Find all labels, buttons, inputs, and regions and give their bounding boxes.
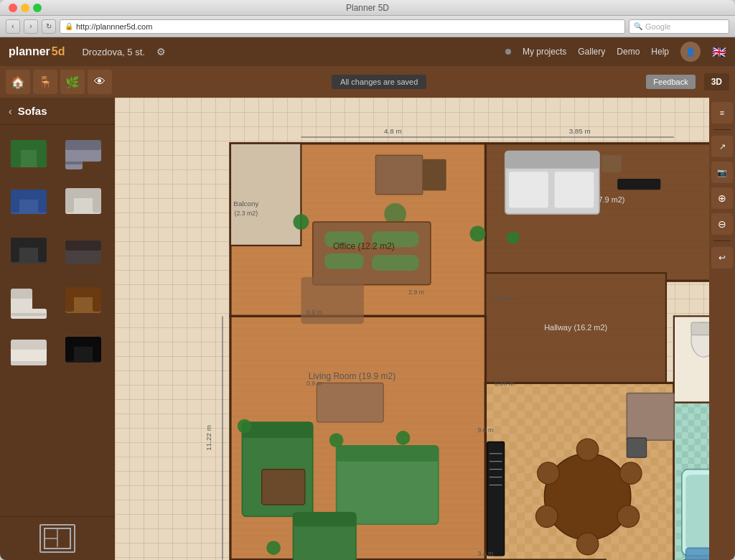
sidebar: ‹ Sofas (0, 98, 115, 560)
svg-rect-81 (301, 277, 364, 325)
svg-rect-15 (65, 188, 101, 198)
sofa-item-dark1[interactable] (4, 228, 53, 275)
sofa-black-icon (62, 331, 105, 370)
share-tool[interactable]: ↗ (711, 136, 733, 157)
svg-rect-22 (65, 256, 81, 264)
svg-text:Office (12.2 m2): Office (12.2 m2) (333, 241, 395, 251)
sofa-item-green[interactable] (4, 129, 53, 176)
svg-text:Hallway (16.2 m2): Hallway (16.2 m2) (544, 323, 607, 332)
sofa-item-dark2[interactable] (59, 228, 108, 275)
svg-text:3.4 m: 3.4 m (477, 550, 493, 557)
category-title: Sofas (18, 105, 47, 117)
sofa-item-brown[interactable] (59, 278, 108, 325)
browser-window: Planner 5D ‹ › ↻ 🔒 http://plannner5d.com… (0, 0, 735, 560)
search-bar[interactable]: 🔍 Google (629, 19, 729, 34)
sidebar-bottom (0, 516, 115, 560)
sofa-item-white3[interactable] (4, 327, 53, 374)
svg-point-98 (238, 419, 252, 434)
maximize-btn[interactable] (33, 4, 42, 12)
svg-point-80 (470, 226, 486, 242)
browser-titlebar: Planner 5D (0, 0, 735, 16)
status-bar: All changes are saved (115, 75, 643, 89)
undo-tool[interactable]: ↩ (711, 247, 733, 269)
logo: planner 5d (9, 45, 65, 58)
svg-rect-83 (505, 151, 599, 169)
minimize-btn[interactable] (21, 4, 29, 12)
sofa-grid (0, 125, 115, 378)
sofa-item-blue[interactable] (4, 179, 53, 225)
right-toolbar: ≡ ↗ 📷 ⊕ ⊖ ↩ (709, 98, 735, 560)
svg-text:0.9 m: 0.9 m (306, 309, 322, 316)
svg-rect-71 (375, 155, 423, 195)
close-btn[interactable] (9, 4, 17, 12)
sofa-gray-l-icon (62, 133, 105, 172)
svg-rect-116 (627, 393, 674, 441)
home-tool[interactable]: 🏠 (6, 70, 30, 94)
sofa-brown-icon (62, 281, 105, 321)
sofa-blue-icon (7, 182, 50, 222)
svg-point-110 (576, 439, 599, 461)
help-link[interactable]: Help (651, 47, 669, 57)
status-text: All changes are saved (332, 75, 426, 89)
svg-rect-78 (372, 255, 419, 271)
svg-rect-33 (11, 361, 47, 365)
address-bar[interactable]: 🔒 http://plannner5d.com (60, 19, 625, 34)
svg-rect-72 (423, 159, 446, 191)
svg-text:Balcony: Balcony (233, 200, 258, 207)
feedback-button[interactable]: Feedback (646, 75, 695, 89)
browser-controls (9, 4, 42, 12)
sofa-item-white[interactable] (59, 179, 108, 225)
menu-tool[interactable]: ≡ (711, 102, 733, 123)
svg-rect-87 (617, 179, 660, 190)
svg-rect-86 (601, 155, 621, 172)
language-flag[interactable]: 🇬🇧 (712, 45, 726, 59)
forward-button[interactable]: › (24, 19, 38, 34)
gallery-link[interactable]: Gallery (578, 47, 605, 57)
sofa-item-black[interactable] (59, 327, 108, 374)
svg-text:0.65 m: 0.65 m (495, 295, 514, 302)
svg-rect-19 (11, 238, 47, 248)
sofa-item-gray-l[interactable] (59, 129, 108, 176)
svg-rect-117 (627, 438, 646, 457)
zoom-in-tool[interactable]: ⊕ (711, 187, 733, 209)
back-button[interactable]: ‹ (6, 19, 20, 34)
svg-text:11.22 m: 11.22 m (205, 425, 212, 451)
svg-point-99 (329, 433, 344, 447)
back-icon[interactable]: ‹ (9, 106, 12, 117)
canvas-area[interactable]: Balcony (2.3 m2) Hallway (7.9 m2) Hallwa… (115, 98, 709, 560)
svg-rect-94 (337, 446, 439, 462)
demo-link[interactable]: Demo (617, 47, 640, 57)
my-projects-link[interactable]: My projects (523, 47, 566, 57)
svg-rect-97 (262, 470, 305, 505)
svg-point-101 (396, 431, 411, 445)
3d-button[interactable]: 3D (704, 73, 729, 90)
view-tool[interactable]: 👁 (88, 70, 112, 94)
svg-point-114 (535, 505, 558, 528)
svg-point-111 (538, 462, 560, 485)
sofa-white-icon (62, 182, 105, 222)
svg-text:0.9 m: 0.9 m (306, 380, 322, 387)
sofa-green-icon (7, 133, 50, 172)
zoom-out-tool[interactable]: ⊖ (711, 213, 733, 235)
search-icon: 🔍 (634, 22, 642, 30)
camera-tool[interactable]: 📷 (711, 162, 733, 183)
app-container: planner 5d Drozdova, 5 st. ⚙ My projects… (0, 37, 735, 560)
svg-rect-102 (317, 383, 383, 422)
svg-text:(2.3 m2): (2.3 m2) (235, 210, 258, 217)
top-nav: planner 5d Drozdova, 5 st. ⚙ My projects… (0, 37, 735, 66)
svg-text:4.8 m: 4.8 m (384, 127, 402, 135)
svg-rect-5 (65, 140, 101, 150)
furniture-tool[interactable]: 🪑 (33, 70, 57, 94)
svg-rect-96 (293, 513, 356, 527)
sofa-item-white2[interactable] (4, 278, 53, 325)
svg-text:2.9 m: 2.9 m (408, 289, 424, 296)
svg-rect-26 (11, 313, 47, 316)
settings-icon[interactable]: ⚙ (156, 46, 166, 57)
svg-text:3.85 m: 3.85 m (569, 127, 591, 135)
user-avatar[interactable]: 👤 (680, 42, 701, 62)
refresh-button[interactable]: ↻ (42, 19, 56, 34)
status-dot (505, 49, 511, 55)
plant-tool[interactable]: 🌿 (60, 70, 85, 94)
svg-rect-103 (487, 442, 505, 556)
svg-rect-30 (65, 287, 101, 297)
